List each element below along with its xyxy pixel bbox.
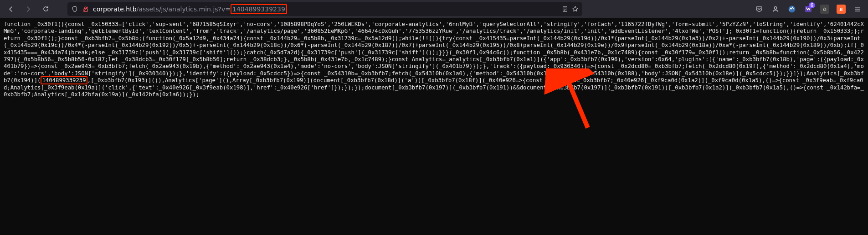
app-menu-icon[interactable] bbox=[851, 2, 864, 16]
url-path: /assets/js/analytics.min.js?v= bbox=[137, 5, 231, 13]
url-host: corporate.htb bbox=[93, 5, 137, 13]
code-pre: function _0x30f1(){const _0x150333=['cli… bbox=[4, 21, 864, 84]
back-button[interactable] bbox=[4, 2, 18, 16]
wappalyzer-extension-icon[interactable]: 6 bbox=[801, 2, 815, 16]
url-text: corporate.htb/assets/js/analytics.min.js… bbox=[93, 4, 287, 14]
bookmark-star-icon[interactable] bbox=[571, 5, 579, 13]
code-highlight: 1404899339239 bbox=[41, 76, 87, 84]
svg-point-7 bbox=[789, 5, 796, 12]
svg-rect-10 bbox=[855, 9, 860, 10]
svg-rect-9 bbox=[855, 7, 860, 8]
foxyproxy-extension-icon[interactable] bbox=[785, 2, 799, 16]
page-content: function _0x30f1(){const _0x150333=['cli… bbox=[0, 18, 868, 108]
svg-point-6 bbox=[774, 6, 777, 9]
forward-button[interactable] bbox=[21, 2, 36, 16]
url-bar[interactable]: corporate.htb/assets/js/analytics.min.js… bbox=[67, 2, 582, 16]
burp-extension-icon[interactable]: B bbox=[834, 2, 848, 16]
url-query-highlight: 1404899339239 bbox=[231, 4, 287, 14]
account-icon[interactable] bbox=[769, 2, 782, 16]
reload-button[interactable] bbox=[38, 2, 53, 16]
pocket-icon[interactable] bbox=[752, 2, 766, 16]
code-post: ,[_0xb3bfb7(0x193)]()),Analytics['page']… bbox=[4, 77, 864, 98]
reader-mode-icon[interactable] bbox=[561, 5, 569, 13]
bitwarden-extension-icon[interactable]: ⌂ bbox=[818, 2, 832, 16]
shield-icon bbox=[71, 5, 78, 13]
browser-toolbar: corporate.htb/assets/js/analytics.min.js… bbox=[0, 0, 868, 18]
svg-rect-11 bbox=[855, 10, 860, 11]
extension-badge: 6 bbox=[809, 2, 815, 8]
lock-insecure-icon bbox=[82, 5, 89, 13]
